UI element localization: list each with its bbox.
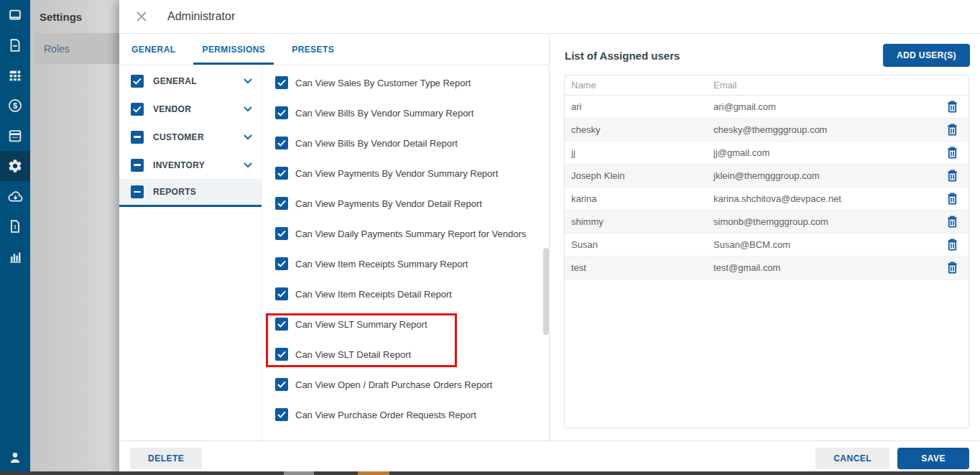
user-row: shimmysimonb@themgggroup.com [565,211,969,234]
category-row-reports[interactable]: REPORTS [119,179,262,207]
checked-checkbox[interactable] [275,257,288,270]
checked-checkbox[interactable] [275,106,288,119]
app-sidebar: $! [0,0,30,475]
chevron-down-icon[interactable] [243,78,253,85]
sidebar-item-table-icon[interactable] [0,60,30,91]
permission-label: Can View SLT Detail Report [295,349,411,360]
checked-checkbox[interactable] [275,197,288,210]
delete-button[interactable]: DELETE [130,448,202,469]
checked-checkbox[interactable] [131,75,144,88]
add-users-button[interactable]: ADD USER(S) [883,44,970,67]
checked-checkbox[interactable] [275,348,288,361]
permission-label: Can View Sales By Customer Type Report [295,78,471,88]
sidebar-item-dollar-icon[interactable]: $ [0,91,30,121]
sidebar-item-calendar-icon[interactable] [0,121,30,151]
user-name-cell: jj [565,147,707,158]
permission-row: Can View Bills By Vendor Detail Report [263,128,549,158]
user-name-cell: ari [565,101,707,112]
tab-permissions[interactable]: PERMISSIONS [200,34,267,65]
permission-row: Can View Purchase Order Requests Report [263,400,549,430]
user-email-cell: karina.shchitova@devpace.net [707,193,935,204]
checked-checkbox[interactable] [275,408,288,421]
user-row: ariari@gmail.com [565,96,969,119]
permission-label: Can View Item Receipts Summary Report [295,259,468,269]
close-icon[interactable] [135,10,148,23]
modal-footer: DELETE CANCEL SAVE [119,441,980,475]
user-name-cell: Joseph Klein [565,170,707,181]
category-row-customer[interactable]: CUSTOMER [119,123,262,151]
user-email-cell: chesky@themgggroup.com [707,124,935,135]
user-row: cheskychesky@themgggroup.com [565,119,969,142]
trash-icon[interactable] [935,123,969,137]
checked-checkbox[interactable] [275,227,288,240]
user-email-cell: test@gmail.com [707,262,935,273]
modal-header: Administrator [119,0,980,34]
permission-label: Can View Bills By Vendor Summary Report [295,108,473,119]
trash-icon[interactable] [935,238,969,252]
permission-row: Can View SLT Detail Report [263,339,549,369]
strip-segment-orange [358,471,389,475]
permission-row: Can View Payments By Vendor Detail Repor… [263,188,549,218]
trash-icon[interactable] [935,146,969,160]
chevron-down-icon[interactable] [243,162,253,169]
role-editor-modal: Administrator GENERALPERMISSIONSPRESETS … [119,0,980,475]
user-name-cell: karina [565,193,707,204]
user-name-cell: shimmy [565,216,707,227]
tab-general[interactable]: GENERAL [130,34,177,65]
cancel-button[interactable]: CANCEL [815,448,889,469]
user-name-cell: chesky [565,124,707,135]
checked-checkbox[interactable] [131,103,144,116]
permission-label: Can View Payments By Vendor Detail Repor… [295,198,482,209]
permission-row: Can View Item Receipts Summary Report [263,249,549,279]
permission-row: Can View SLT Summary Report [263,309,549,339]
trash-icon[interactable] [935,192,969,206]
save-button[interactable]: SAVE [897,448,969,469]
trash-icon[interactable] [935,215,969,229]
indeterminate-checkbox[interactable] [131,131,144,144]
user-name-cell: test [565,262,707,273]
sidebar-item-window-icon[interactable] [0,0,30,30]
trash-icon[interactable] [935,169,969,183]
checked-checkbox[interactable] [275,287,288,300]
svg-text:!: ! [14,223,16,231]
user-row: jjjj@gmail.com [565,142,969,165]
category-row-vendor[interactable]: VENDOR [119,95,262,123]
settings-panel-title: Settings [30,0,119,33]
category-row-inventory[interactable]: INVENTORY [119,151,262,179]
user-name-cell: Susan [565,239,707,250]
checked-checkbox[interactable] [275,378,288,391]
permission-label: Can View Bills By Vendor Detail Report [295,138,458,149]
permission-label: Can View SLT Summary Report [295,319,427,330]
category-label: INVENTORY [153,160,243,170]
tab-presets[interactable]: PRESETS [290,34,336,65]
bottom-edge-strip [0,471,980,475]
settings-item-roles[interactable]: Roles [34,33,119,64]
scrollbar-thumb[interactable] [543,248,549,335]
category-label: REPORTS [153,187,253,197]
assigned-users-header: List of Assigned users ADD USER(S) [550,34,980,67]
sidebar-item-cloud-download-icon[interactable] [0,181,30,211]
modal-body: GENERALPERMISSIONSPRESETS GENERALVENDORC… [119,34,980,441]
sidebar-item-bar-chart-icon[interactable] [0,241,30,272]
checked-checkbox[interactable] [275,76,288,89]
category-label: GENERAL [153,76,243,86]
sidebar-item-gear-icon[interactable] [0,151,30,181]
indeterminate-checkbox[interactable] [131,185,144,198]
sidebar-item-file-alert-icon[interactable]: ! [0,211,30,241]
trash-icon[interactable] [935,100,969,114]
user-row: SusanSusan@BCM.com [565,234,969,257]
indeterminate-checkbox[interactable] [131,159,144,172]
chevron-down-icon[interactable] [243,134,253,141]
person-icon[interactable] [0,445,30,471]
trash-icon[interactable] [935,261,969,275]
chevron-down-icon[interactable] [243,106,253,113]
permission-row: Can View Open / Draft Purchase Orders Re… [263,369,549,400]
category-row-general[interactable]: GENERAL [119,67,262,95]
checked-checkbox[interactable] [275,137,288,149]
checked-checkbox[interactable] [275,318,288,331]
sidebar-item-document-icon[interactable] [0,30,30,60]
category-label: VENDOR [153,104,243,114]
svg-text:$: $ [13,101,17,110]
permission-row: Can View Sales By Customer Type Report [263,68,549,98]
checked-checkbox[interactable] [275,167,288,180]
